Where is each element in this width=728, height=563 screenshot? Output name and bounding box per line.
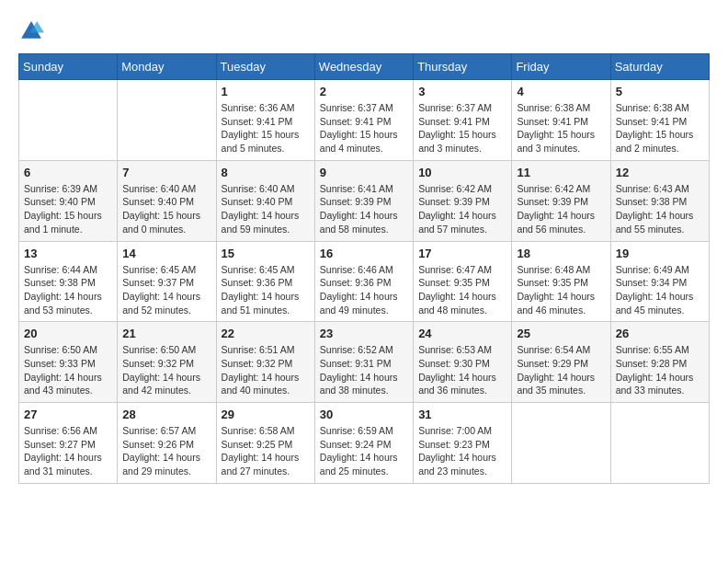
day-number: 8 (222, 166, 310, 179)
weekday-header: Sunday (19, 54, 118, 80)
day-number: 29 (222, 408, 310, 421)
calendar-cell: 21Sunrise: 6:50 AM Sunset: 9:32 PM Dayli… (118, 322, 216, 403)
day-info: Sunrise: 6:50 AM Sunset: 9:33 PM Dayligh… (24, 343, 112, 397)
calendar-cell: 6Sunrise: 6:39 AM Sunset: 9:40 PM Daylig… (19, 160, 118, 241)
day-number: 7 (122, 166, 210, 179)
day-number: 11 (517, 166, 605, 179)
calendar-week-row: 1Sunrise: 6:36 AM Sunset: 9:41 PM Daylig… (19, 80, 710, 161)
day-number: 18 (517, 247, 605, 260)
day-info: Sunrise: 6:39 AM Sunset: 9:40 PM Dayligh… (24, 182, 112, 236)
day-info: Sunrise: 6:37 AM Sunset: 9:41 PM Dayligh… (320, 101, 408, 155)
calendar-cell: 18Sunrise: 6:48 AM Sunset: 9:35 PM Dayli… (512, 241, 610, 322)
logo (18, 18, 46, 44)
calendar-cell: 26Sunrise: 6:55 AM Sunset: 9:28 PM Dayli… (610, 322, 709, 403)
day-info: Sunrise: 6:44 AM Sunset: 9:38 PM Dayligh… (24, 263, 112, 317)
calendar-cell: 1Sunrise: 6:36 AM Sunset: 9:41 PM Daylig… (216, 80, 314, 161)
weekday-row: SundayMondayTuesdayWednesdayThursdayFrid… (19, 54, 710, 80)
day-number: 1 (222, 85, 310, 98)
day-number: 14 (122, 247, 210, 260)
day-number: 21 (122, 327, 210, 340)
calendar-cell: 17Sunrise: 6:47 AM Sunset: 9:35 PM Dayli… (414, 241, 512, 322)
calendar-body: 1Sunrise: 6:36 AM Sunset: 9:41 PM Daylig… (19, 80, 710, 484)
calendar-cell: 29Sunrise: 6:58 AM Sunset: 9:25 PM Dayli… (216, 403, 314, 484)
calendar-week-row: 27Sunrise: 6:56 AM Sunset: 9:27 PM Dayli… (19, 403, 710, 484)
day-info: Sunrise: 6:47 AM Sunset: 9:35 PM Dayligh… (418, 263, 506, 317)
calendar-cell: 24Sunrise: 6:53 AM Sunset: 9:30 PM Dayli… (414, 322, 512, 403)
day-info: Sunrise: 6:58 AM Sunset: 9:25 PM Dayligh… (222, 424, 310, 478)
day-info: Sunrise: 6:42 AM Sunset: 9:39 PM Dayligh… (517, 182, 605, 236)
day-number: 24 (418, 327, 506, 340)
day-number: 27 (24, 408, 112, 421)
day-number: 16 (320, 247, 408, 260)
day-info: Sunrise: 6:53 AM Sunset: 9:30 PM Dayligh… (418, 343, 506, 397)
day-number: 9 (320, 166, 408, 179)
day-number: 13 (24, 247, 112, 260)
calendar-week-row: 13Sunrise: 6:44 AM Sunset: 9:38 PM Dayli… (19, 241, 710, 322)
calendar-cell: 3Sunrise: 6:37 AM Sunset: 9:41 PM Daylig… (414, 80, 512, 161)
day-number: 22 (222, 327, 310, 340)
calendar-cell: 28Sunrise: 6:57 AM Sunset: 9:26 PM Dayli… (118, 403, 216, 484)
day-number: 17 (418, 247, 506, 260)
calendar-cell: 25Sunrise: 6:54 AM Sunset: 9:29 PM Dayli… (512, 322, 610, 403)
day-info: Sunrise: 6:55 AM Sunset: 9:28 PM Dayligh… (616, 343, 704, 397)
day-info: Sunrise: 6:36 AM Sunset: 9:41 PM Dayligh… (222, 101, 310, 155)
calendar-cell: 30Sunrise: 6:59 AM Sunset: 9:24 PM Dayli… (314, 403, 413, 484)
calendar-cell: 13Sunrise: 6:44 AM Sunset: 9:38 PM Dayli… (19, 241, 118, 322)
day-info: Sunrise: 6:46 AM Sunset: 9:36 PM Dayligh… (320, 263, 408, 317)
day-number: 26 (616, 327, 704, 340)
calendar-cell: 8Sunrise: 6:40 AM Sunset: 9:40 PM Daylig… (216, 160, 314, 241)
weekday-header: Saturday (610, 54, 709, 80)
calendar-cell: 7Sunrise: 6:40 AM Sunset: 9:40 PM Daylig… (118, 160, 216, 241)
day-number: 15 (222, 247, 310, 260)
day-info: Sunrise: 6:48 AM Sunset: 9:35 PM Dayligh… (517, 263, 605, 317)
weekday-header: Thursday (414, 54, 512, 80)
day-info: Sunrise: 6:40 AM Sunset: 9:40 PM Dayligh… (122, 182, 210, 236)
day-info: Sunrise: 6:41 AM Sunset: 9:39 PM Dayligh… (320, 182, 408, 236)
day-number: 31 (418, 408, 506, 421)
calendar-table: SundayMondayTuesdayWednesdayThursdayFrid… (18, 53, 710, 484)
day-number: 28 (122, 408, 210, 421)
calendar-cell: 19Sunrise: 6:49 AM Sunset: 9:34 PM Dayli… (610, 241, 709, 322)
day-info: Sunrise: 6:50 AM Sunset: 9:32 PM Dayligh… (122, 343, 210, 397)
calendar-week-row: 20Sunrise: 6:50 AM Sunset: 9:33 PM Dayli… (19, 322, 710, 403)
calendar-cell: 5Sunrise: 6:38 AM Sunset: 9:41 PM Daylig… (610, 80, 709, 161)
day-number: 30 (320, 408, 408, 421)
calendar-cell (610, 403, 709, 484)
day-number: 20 (24, 327, 112, 340)
day-number: 25 (517, 327, 605, 340)
logo-icon (18, 18, 44, 44)
day-info: Sunrise: 6:52 AM Sunset: 9:31 PM Dayligh… (320, 343, 408, 397)
calendar-cell: 23Sunrise: 6:52 AM Sunset: 9:31 PM Dayli… (314, 322, 413, 403)
day-info: Sunrise: 6:38 AM Sunset: 9:41 PM Dayligh… (616, 101, 704, 155)
calendar-cell (512, 403, 610, 484)
day-number: 3 (418, 85, 506, 98)
calendar-header: SundayMondayTuesdayWednesdayThursdayFrid… (19, 54, 710, 80)
day-info: Sunrise: 6:40 AM Sunset: 9:40 PM Dayligh… (222, 182, 310, 236)
calendar-cell: 27Sunrise: 6:56 AM Sunset: 9:27 PM Dayli… (19, 403, 118, 484)
calendar-week-row: 6Sunrise: 6:39 AM Sunset: 9:40 PM Daylig… (19, 160, 710, 241)
day-info: Sunrise: 6:42 AM Sunset: 9:39 PM Dayligh… (418, 182, 506, 236)
day-info: Sunrise: 6:43 AM Sunset: 9:38 PM Dayligh… (616, 182, 704, 236)
calendar-cell (118, 80, 216, 161)
calendar-cell: 16Sunrise: 6:46 AM Sunset: 9:36 PM Dayli… (314, 241, 413, 322)
day-info: Sunrise: 6:54 AM Sunset: 9:29 PM Dayligh… (517, 343, 605, 397)
calendar-cell: 11Sunrise: 6:42 AM Sunset: 9:39 PM Dayli… (512, 160, 610, 241)
calendar-cell: 22Sunrise: 6:51 AM Sunset: 9:32 PM Dayli… (216, 322, 314, 403)
calendar-cell: 15Sunrise: 6:45 AM Sunset: 9:36 PM Dayli… (216, 241, 314, 322)
calendar-cell: 4Sunrise: 6:38 AM Sunset: 9:41 PM Daylig… (512, 80, 610, 161)
day-number: 10 (418, 166, 506, 179)
calendar-cell: 10Sunrise: 6:42 AM Sunset: 9:39 PM Dayli… (414, 160, 512, 241)
calendar-cell (19, 80, 118, 161)
calendar-cell: 12Sunrise: 6:43 AM Sunset: 9:38 PM Dayli… (610, 160, 709, 241)
weekday-header: Friday (512, 54, 610, 80)
day-number: 19 (616, 247, 704, 260)
calendar-cell: 14Sunrise: 6:45 AM Sunset: 9:37 PM Dayli… (118, 241, 216, 322)
day-number: 4 (517, 85, 605, 98)
weekday-header: Tuesday (216, 54, 314, 80)
day-number: 12 (616, 166, 704, 179)
calendar-cell: 9Sunrise: 6:41 AM Sunset: 9:39 PM Daylig… (314, 160, 413, 241)
weekday-header: Monday (118, 54, 216, 80)
day-info: Sunrise: 6:59 AM Sunset: 9:24 PM Dayligh… (320, 424, 408, 478)
day-info: Sunrise: 6:51 AM Sunset: 9:32 PM Dayligh… (222, 343, 310, 397)
day-info: Sunrise: 6:57 AM Sunset: 9:26 PM Dayligh… (122, 424, 210, 478)
